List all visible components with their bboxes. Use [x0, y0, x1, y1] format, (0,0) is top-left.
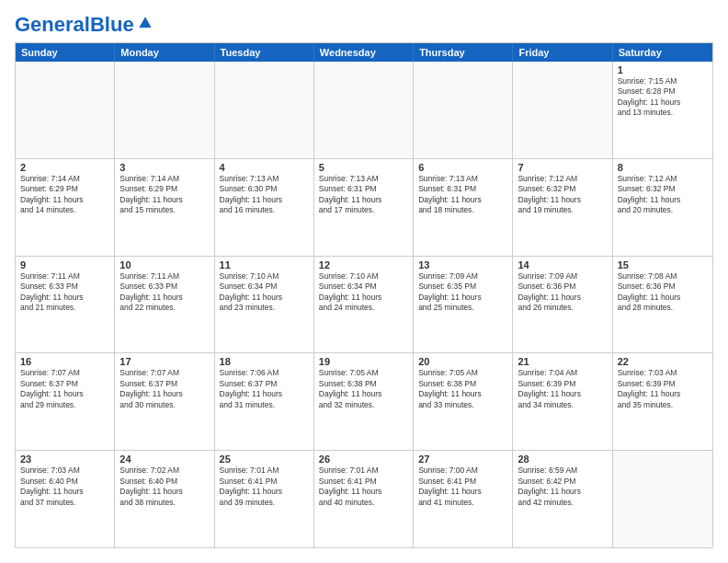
day-info: Sunrise: 7:07 AM Sunset: 6:37 PM Dayligh… — [20, 368, 109, 410]
day-info: Sunrise: 7:10 AM Sunset: 6:34 PM Dayligh… — [220, 271, 309, 314]
day-number: 6 — [418, 162, 507, 173]
day-info: Sunrise: 7:00 AM Sunset: 6:41 PM Dayligh… — [418, 465, 507, 508]
day-number: 9 — [20, 259, 109, 270]
day-info: Sunrise: 7:03 AM Sunset: 6:39 PM Dayligh… — [618, 368, 708, 410]
day-number: 5 — [319, 162, 408, 173]
day-number: 1 — [618, 64, 708, 75]
day-number: 11 — [220, 259, 309, 270]
day-info: Sunrise: 7:09 AM Sunset: 6:35 PM Dayligh… — [418, 271, 507, 314]
day-cell-21: 21Sunrise: 7:04 AM Sunset: 6:39 PM Dayli… — [513, 353, 612, 450]
day-info: Sunrise: 7:04 AM Sunset: 6:39 PM Dayligh… — [518, 368, 607, 410]
day-cell-empty-0-5 — [513, 62, 612, 158]
day-number: 17 — [119, 356, 209, 367]
day-cell-16: 16Sunrise: 7:07 AM Sunset: 6:37 PM Dayli… — [16, 353, 115, 450]
calendar-row-3: 16Sunrise: 7:07 AM Sunset: 6:37 PM Dayli… — [16, 352, 712, 450]
svg-marker-0 — [139, 17, 151, 28]
day-number: 12 — [319, 259, 408, 270]
day-cell-23: 23Sunrise: 7:03 AM Sunset: 6:40 PM Dayli… — [16, 451, 115, 547]
day-cell-25: 25Sunrise: 7:01 AM Sunset: 6:41 PM Dayli… — [215, 451, 314, 547]
day-info: Sunrise: 7:02 AM Sunset: 6:40 PM Dayligh… — [119, 465, 209, 508]
weekday-header-sunday: Sunday — [16, 43, 115, 62]
day-cell-empty-4-6 — [613, 451, 712, 547]
calendar-row-0: 1Sunrise: 7:15 AM Sunset: 6:28 PM Daylig… — [16, 62, 712, 158]
day-cell-10: 10Sunrise: 7:11 AM Sunset: 6:33 PM Dayli… — [115, 257, 214, 353]
day-cell-27: 27Sunrise: 7:00 AM Sunset: 6:41 PM Dayli… — [414, 451, 513, 547]
calendar: SundayMondayTuesdayWednesdayThursdayFrid… — [15, 42, 713, 548]
day-number: 15 — [618, 259, 708, 270]
day-cell-6: 6Sunrise: 7:13 AM Sunset: 6:31 PM Daylig… — [414, 159, 513, 256]
day-number: 16 — [20, 356, 109, 367]
day-cell-7: 7Sunrise: 7:12 AM Sunset: 6:32 PM Daylig… — [513, 159, 612, 256]
day-number: 20 — [418, 356, 507, 367]
weekday-header-wednesday: Wednesday — [314, 43, 414, 62]
day-cell-22: 22Sunrise: 7:03 AM Sunset: 6:39 PM Dayli… — [613, 353, 712, 450]
weekday-header-thursday: Thursday — [414, 43, 513, 62]
day-info: Sunrise: 7:01 AM Sunset: 6:41 PM Dayligh… — [319, 465, 408, 508]
logo-icon — [136, 14, 154, 32]
day-info: Sunrise: 7:01 AM Sunset: 6:41 PM Dayligh… — [220, 465, 309, 508]
day-info: Sunrise: 7:14 AM Sunset: 6:29 PM Dayligh… — [119, 174, 209, 216]
day-cell-24: 24Sunrise: 7:02 AM Sunset: 6:40 PM Dayli… — [115, 451, 214, 547]
calendar-row-2: 9Sunrise: 7:11 AM Sunset: 6:33 PM Daylig… — [16, 256, 712, 353]
day-info: Sunrise: 7:13 AM Sunset: 6:31 PM Dayligh… — [418, 174, 507, 216]
day-number: 23 — [20, 454, 109, 465]
logo: GeneralBlue — [15, 15, 154, 35]
calendar-row-4: 23Sunrise: 7:03 AM Sunset: 6:40 PM Dayli… — [16, 450, 712, 547]
day-number: 25 — [220, 454, 309, 465]
day-cell-20: 20Sunrise: 7:05 AM Sunset: 6:38 PM Dayli… — [414, 353, 513, 450]
calendar-body: 1Sunrise: 7:15 AM Sunset: 6:28 PM Daylig… — [16, 62, 712, 547]
page-header: GeneralBlue — [15, 15, 713, 35]
day-info: Sunrise: 7:11 AM Sunset: 6:33 PM Dayligh… — [119, 271, 209, 314]
day-cell-13: 13Sunrise: 7:09 AM Sunset: 6:35 PM Dayli… — [414, 257, 513, 353]
day-cell-empty-0-1 — [115, 62, 214, 158]
day-number: 10 — [119, 259, 209, 270]
day-info: Sunrise: 7:05 AM Sunset: 6:38 PM Dayligh… — [319, 368, 408, 410]
day-cell-3: 3Sunrise: 7:14 AM Sunset: 6:29 PM Daylig… — [115, 159, 214, 256]
calendar-row-1: 2Sunrise: 7:14 AM Sunset: 6:29 PM Daylig… — [16, 158, 712, 256]
day-cell-5: 5Sunrise: 7:13 AM Sunset: 6:31 PM Daylig… — [314, 159, 414, 256]
weekday-header-saturday: Saturday — [613, 43, 712, 62]
day-info: Sunrise: 6:59 AM Sunset: 6:42 PM Dayligh… — [518, 465, 607, 508]
day-number: 28 — [518, 454, 607, 465]
day-number: 21 — [518, 356, 607, 367]
day-number: 7 — [518, 162, 607, 173]
day-info: Sunrise: 7:08 AM Sunset: 6:36 PM Dayligh… — [618, 271, 708, 314]
day-cell-28: 28Sunrise: 6:59 AM Sunset: 6:42 PM Dayli… — [513, 451, 612, 547]
day-cell-empty-0-2 — [215, 62, 314, 158]
day-info: Sunrise: 7:13 AM Sunset: 6:31 PM Dayligh… — [319, 174, 408, 216]
day-number: 27 — [418, 454, 507, 465]
day-info: Sunrise: 7:07 AM Sunset: 6:37 PM Dayligh… — [119, 368, 209, 410]
day-info: Sunrise: 7:12 AM Sunset: 6:32 PM Dayligh… — [618, 174, 708, 216]
day-info: Sunrise: 7:12 AM Sunset: 6:32 PM Dayligh… — [518, 174, 607, 216]
day-number: 22 — [618, 356, 708, 367]
day-cell-18: 18Sunrise: 7:06 AM Sunset: 6:37 PM Dayli… — [215, 353, 314, 450]
day-number: 8 — [618, 162, 708, 173]
day-cell-empty-0-3 — [314, 62, 414, 158]
day-info: Sunrise: 7:10 AM Sunset: 6:34 PM Dayligh… — [319, 271, 408, 314]
day-cell-4: 4Sunrise: 7:13 AM Sunset: 6:30 PM Daylig… — [215, 159, 314, 256]
calendar-header: SundayMondayTuesdayWednesdayThursdayFrid… — [16, 43, 712, 62]
day-number: 19 — [319, 356, 408, 367]
day-number: 26 — [319, 454, 408, 465]
day-cell-19: 19Sunrise: 7:05 AM Sunset: 6:38 PM Dayli… — [314, 353, 414, 450]
day-cell-2: 2Sunrise: 7:14 AM Sunset: 6:29 PM Daylig… — [16, 159, 115, 256]
day-cell-11: 11Sunrise: 7:10 AM Sunset: 6:34 PM Dayli… — [215, 257, 314, 353]
day-number: 3 — [119, 162, 209, 173]
day-info: Sunrise: 7:15 AM Sunset: 6:28 PM Dayligh… — [618, 76, 708, 119]
day-number: 24 — [119, 454, 209, 465]
day-cell-empty-0-4 — [414, 62, 513, 158]
day-cell-17: 17Sunrise: 7:07 AM Sunset: 6:37 PM Dayli… — [115, 353, 214, 450]
day-cell-empty-0-0 — [16, 62, 115, 158]
logo-general: General — [15, 13, 90, 36]
logo-text: GeneralBlue — [15, 15, 134, 35]
calendar-page: GeneralBlue SundayMondayTuesdayWednesday… — [0, 0, 728, 563]
day-info: Sunrise: 7:09 AM Sunset: 6:36 PM Dayligh… — [518, 271, 607, 314]
day-cell-8: 8Sunrise: 7:12 AM Sunset: 6:32 PM Daylig… — [613, 159, 712, 256]
weekday-header-friday: Friday — [513, 43, 612, 62]
day-number: 18 — [220, 356, 309, 367]
weekday-header-tuesday: Tuesday — [215, 43, 314, 62]
day-number: 14 — [518, 259, 607, 270]
day-cell-15: 15Sunrise: 7:08 AM Sunset: 6:36 PM Dayli… — [613, 257, 712, 353]
day-cell-1: 1Sunrise: 7:15 AM Sunset: 6:28 PM Daylig… — [613, 62, 712, 158]
day-info: Sunrise: 7:11 AM Sunset: 6:33 PM Dayligh… — [20, 271, 109, 314]
